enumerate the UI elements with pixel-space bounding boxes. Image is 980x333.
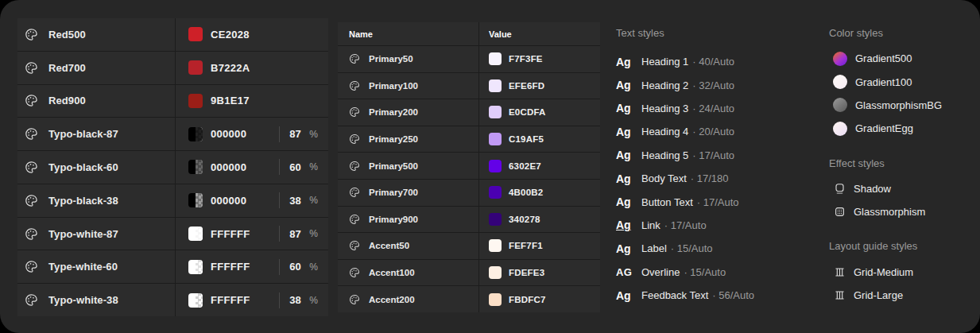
- percent-sign: %: [309, 129, 318, 140]
- divider: [279, 159, 280, 175]
- opacity-group: 87%: [279, 126, 318, 142]
- color-style-item[interactable]: Gradient500: [829, 47, 970, 70]
- text-style-item[interactable]: AGOverline· 15/Auto: [616, 261, 819, 284]
- palette-icon: [25, 28, 38, 41]
- table-row[interactable]: Red700 B7222A: [17, 52, 328, 84]
- text-style-item[interactable]: AgFeedback Text· 56/Auto: [616, 284, 819, 307]
- text-style-item[interactable]: AgButton Text· 17/Auto: [616, 190, 819, 213]
- opacity-group: 38%: [279, 192, 318, 208]
- table-row[interactable]: Typo-white-38 FFFFFF 38%: [17, 284, 328, 316]
- column-grid-icon: [833, 265, 846, 278]
- table-row[interactable]: Primary500 6302E7: [338, 153, 600, 179]
- red-typo-styles-table: Red500 CE2028 Red700 B7222A Red900: [17, 18, 328, 316]
- color-swatch: [188, 27, 203, 41]
- text-style-item[interactable]: AgHeading 3· 24/Auto: [616, 97, 819, 120]
- table-row[interactable]: Primary200 E0CDFA: [338, 99, 600, 126]
- palette-icon: [25, 161, 38, 174]
- hex-value: FFFFFF: [211, 228, 250, 240]
- text-style-item[interactable]: AgHeading 4· 20/Auto: [616, 120, 819, 143]
- section-title: Effect styles: [829, 157, 970, 170]
- table-row[interactable]: Typo-white-87 FFFFFF 87%: [17, 218, 328, 250]
- table-row[interactable]: Accent50 FEF7F1: [338, 233, 600, 259]
- text-style-item[interactable]: AgLabel· 15/Auto: [616, 237, 819, 260]
- color-swatch: [489, 52, 502, 65]
- color-style-item[interactable]: Gradient100: [829, 70, 970, 93]
- gradient-swatch: [833, 98, 847, 112]
- table-row[interactable]: Typo-black-87 000000 87%: [17, 118, 328, 150]
- text-style-item[interactable]: AgHeading 5· 17/Auto: [616, 144, 819, 167]
- text-style-item[interactable]: AgLink· 17/Auto: [616, 214, 819, 237]
- hex-value: EFE6FD: [509, 81, 544, 91]
- opacity-value: 38: [289, 195, 309, 207]
- table-row[interactable]: Red900 9B1E17: [17, 85, 328, 118]
- text-style-item[interactable]: AgHeading 1· 40/Auto: [616, 50, 819, 73]
- text-style-item[interactable]: AgHeading 2· 32/Auto: [616, 73, 819, 96]
- color-style-item[interactable]: GradientEgg: [829, 117, 970, 140]
- style-name: Typo-black-38: [48, 195, 118, 207]
- style-name: Grid-Medium: [854, 266, 913, 278]
- style-name: Heading 3: [641, 103, 688, 114]
- table-row[interactable]: Typo-black-38 000000 38%: [17, 184, 328, 217]
- table-row[interactable]: Primary100 EFE6FD: [338, 73, 600, 99]
- opacity-value: 38: [289, 294, 309, 306]
- style-name: GlassmorphismBG: [855, 99, 942, 111]
- palette-icon: [349, 134, 360, 145]
- style-name: Link: [641, 219, 660, 231]
- style-meta: · 17/Auto: [692, 149, 734, 161]
- table-row[interactable]: Accent100 FDEFE3: [338, 260, 600, 286]
- color-swatch: [489, 186, 502, 199]
- section-title: Layout guide styles: [829, 240, 970, 253]
- layout-style-item[interactable]: Grid-Large: [829, 284, 970, 307]
- table-row[interactable]: Primary50 F7F3FE: [338, 46, 600, 72]
- style-name: GradientEgg: [855, 122, 913, 134]
- layout-style-item[interactable]: Grid-Medium: [829, 260, 970, 283]
- name-cell: Type-white-60: [17, 250, 176, 283]
- palette-icon: [25, 194, 38, 207]
- value-cell: CE2028: [176, 18, 328, 51]
- palette-icon: [349, 53, 360, 64]
- value-cell: 000000 60%: [176, 151, 328, 184]
- type-specimen: Ag: [616, 79, 633, 91]
- divider: [279, 259, 280, 275]
- palette-icon: [25, 127, 38, 141]
- table-row[interactable]: Type-white-60 FFFFFF 60%: [17, 250, 328, 283]
- hex-value: 9B1E17: [211, 95, 250, 106]
- table-row[interactable]: Primary250 C19AF5: [338, 126, 600, 153]
- style-name: Heading 4: [641, 126, 688, 137]
- column-header-name: Name: [349, 29, 373, 39]
- style-name: Primary250: [369, 134, 418, 144]
- style-name: Primary700: [369, 188, 418, 197]
- style-name: Gradient100: [855, 76, 912, 88]
- style-name: Grid-Large: [854, 289, 903, 301]
- effect-style-item[interactable]: Glassmorphism: [829, 200, 970, 223]
- table-row[interactable]: Primary900 340278: [338, 207, 600, 233]
- type-specimen: Ag: [616, 126, 633, 138]
- name-cell: Typo-black-60: [17, 151, 176, 184]
- type-specimen: Ag: [616, 102, 633, 114]
- color-swatch: [489, 293, 502, 306]
- type-specimen-underlined: Ag: [616, 219, 633, 231]
- color-swatch: [188, 60, 203, 75]
- name-cell: Red500: [17, 18, 176, 51]
- value-cell: FFFFFF 38%: [176, 284, 328, 316]
- name-cell: Red700: [17, 52, 176, 84]
- style-name: Label: [641, 242, 667, 254]
- text-style-item[interactable]: AgBody Text· 17/180: [616, 167, 819, 190]
- table-row[interactable]: Typo-black-60 000000 60%: [17, 151, 328, 184]
- glassmorphism-icon: [833, 206, 846, 219]
- table-row[interactable]: Primary700 4B00B2: [338, 180, 600, 206]
- color-swatch: [489, 213, 502, 226]
- table-row[interactable]: Red500 CE2028: [17, 18, 328, 51]
- opacity-value: 60: [289, 261, 309, 273]
- gradient-swatch: [833, 75, 847, 89]
- type-specimen: Ag: [616, 56, 633, 68]
- table-row[interactable]: Accent200 FBDFC7: [338, 286, 600, 312]
- effect-style-item[interactable]: Shadow: [829, 177, 970, 200]
- name-cell: Typo-white-87: [17, 218, 176, 250]
- color-style-item[interactable]: GlassmorphismBG: [829, 94, 970, 117]
- divider: [279, 292, 280, 308]
- palette-icon: [349, 187, 360, 198]
- style-meta: · 32/Auto: [692, 79, 734, 91]
- style-name: Typo-white-38: [48, 294, 118, 306]
- palette-icon: [25, 293, 38, 307]
